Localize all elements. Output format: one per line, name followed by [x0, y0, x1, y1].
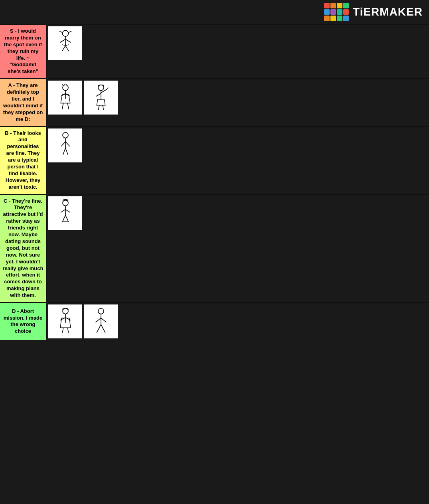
svg-line-28: [61, 142, 65, 146]
logo: TiERMAKER: [324, 3, 423, 21]
svg-line-36: [62, 215, 65, 221]
tier-label-b: B - Their looks and personalities are fi…: [0, 127, 46, 194]
svg-line-21: [101, 89, 107, 93]
logo-cell: [343, 9, 349, 15]
svg-line-48: [95, 318, 101, 322]
svg-point-26: [63, 132, 68, 138]
logo-cell: [324, 16, 330, 21]
tier-label-d: D - Abort mission. I made the wrong choi…: [0, 303, 46, 340]
svg-point-18: [98, 85, 104, 90]
tier-list: TiERMAKER S - I would marry them on the …: [0, 0, 429, 340]
svg-line-5: [65, 39, 71, 42]
svg-line-20: [96, 93, 101, 96]
tier-item[interactable]: [84, 81, 118, 115]
svg-line-15: [65, 93, 70, 96]
svg-line-4: [60, 39, 65, 42]
tier-items-s: [46, 25, 429, 78]
tier-items-a: [46, 79, 429, 126]
tier-item[interactable]: [48, 81, 82, 115]
logo-tier: TiER: [353, 6, 380, 18]
logo-grid-icon: [324, 3, 349, 21]
stick-figure-4: [51, 131, 79, 159]
svg-line-35: [65, 210, 70, 213]
tier-item[interactable]: [48, 128, 82, 162]
tier-items-b: [46, 127, 429, 194]
tier-row-b: B - Their looks and personalities are fi…: [0, 126, 429, 194]
svg-line-50: [97, 325, 101, 333]
svg-line-25: [103, 105, 103, 110]
logo-text: TiERMAKER: [353, 6, 423, 18]
svg-line-30: [63, 148, 65, 155]
stick-figure-5: [51, 199, 79, 227]
tier-row-d: D - Abort mission. I made the wrong choi…: [0, 302, 429, 340]
svg-point-39: [63, 308, 68, 314]
svg-line-29: [65, 142, 70, 146]
tier-items-d: [46, 303, 429, 340]
logo-cell: [330, 3, 336, 8]
svg-line-1: [59, 31, 62, 32]
tier-item[interactable]: [84, 304, 118, 338]
svg-line-49: [101, 318, 106, 322]
svg-line-2: [68, 31, 71, 32]
svg-line-44: [62, 328, 63, 333]
svg-line-22: [107, 87, 109, 89]
tier-row-s: S - I would marry them on the spot even …: [0, 24, 429, 78]
logo-cell: [343, 16, 349, 21]
svg-line-51: [101, 325, 105, 333]
logo-cell: [343, 3, 349, 8]
svg-line-31: [65, 148, 68, 155]
tier-row-a: A - They are definitely top tier, and I …: [0, 78, 429, 126]
stick-figure-1: [51, 30, 79, 57]
header: TiERMAKER: [0, 0, 429, 24]
logo-cell: [324, 9, 330, 15]
tier-label-a: A - They are definitely top tier, and I …: [0, 79, 46, 126]
svg-line-24: [98, 105, 99, 110]
svg-line-16: [62, 103, 63, 109]
stick-figure-6: [51, 307, 79, 335]
stick-figure-7: [87, 307, 115, 335]
svg-line-7: [65, 45, 69, 51]
stick-figure-2: [51, 84, 79, 112]
svg-point-32: [63, 200, 68, 206]
svg-line-9: [62, 84, 63, 85]
logo-cell: [337, 3, 342, 8]
tier-items-c: [46, 195, 429, 302]
svg-line-34: [61, 210, 65, 213]
tier-row-c: C - They're fine. They're attractive but…: [0, 194, 429, 302]
svg-marker-23: [97, 99, 105, 105]
logo-cell: [337, 16, 342, 21]
svg-line-11: [66, 84, 67, 85]
logo-cell: [337, 9, 342, 15]
logo-cell: [324, 3, 330, 8]
logo-cell: [330, 9, 336, 15]
svg-line-37: [65, 215, 69, 221]
tier-item[interactable]: [48, 26, 82, 60]
stick-figure-3: [87, 84, 115, 112]
tier-label-s: S - I would marry them on the spot even …: [0, 25, 46, 78]
svg-line-6: [62, 45, 65, 51]
svg-point-46: [98, 308, 104, 314]
svg-point-8: [63, 85, 68, 90]
tier-item[interactable]: [48, 304, 82, 338]
tier-item[interactable]: [48, 196, 82, 230]
svg-point-0: [62, 30, 68, 36]
svg-line-17: [67, 103, 69, 109]
logo-cell: [330, 16, 336, 21]
tier-label-c: C - They're fine. They're attractive but…: [0, 195, 46, 302]
logo-maker: MAKER: [380, 6, 423, 18]
svg-line-14: [61, 93, 65, 96]
svg-line-45: [67, 328, 68, 333]
svg-line-10: [64, 84, 64, 85]
